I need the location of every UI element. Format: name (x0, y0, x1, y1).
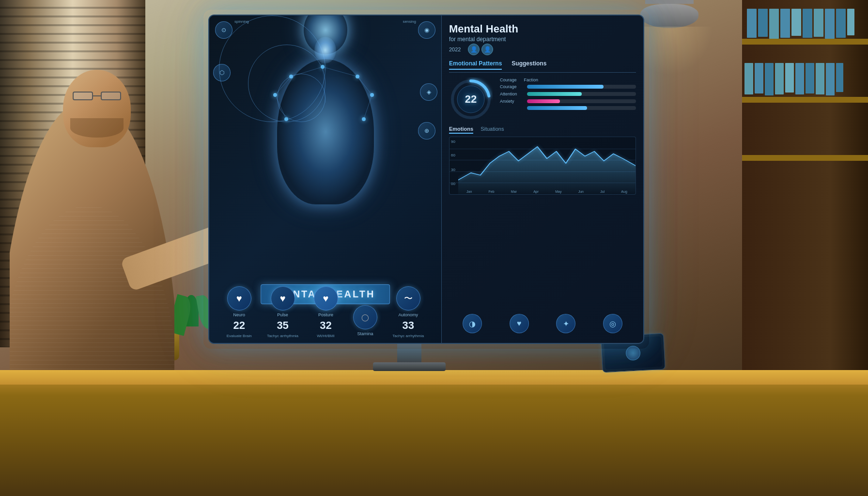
bar-fill-attention (527, 92, 582, 96)
bar-label-attention: Attention (500, 92, 524, 96)
bar-legend: Courage Faction (500, 78, 636, 82)
stat-card-pulse[interactable]: ♥ Pulse 35 Tachyc arrhythmia (267, 286, 298, 338)
stat-card-autonomy[interactable]: 〜 Autonomy 33 Tachyc arrhythmia (392, 286, 424, 338)
monitor-right-panel: Mental Health for mental department 2022… (442, 16, 643, 343)
binder (775, 63, 784, 94)
x-label-jul: Jul (600, 190, 604, 193)
posture-icon-circle[interactable]: ♥ (314, 286, 338, 310)
x-labels: Jan Feb Mar Apr May Jun Jul Aug (458, 190, 636, 193)
bar-row-extra (500, 106, 636, 110)
action-btn-wellness[interactable]: ✦ (556, 314, 575, 333)
holographic-figure (263, 30, 388, 195)
ceiling-lamp (640, 0, 698, 28)
lens-right (101, 92, 121, 100)
neuro-icon-circle[interactable]: ♥ (227, 286, 251, 310)
bar-fill-courage (527, 85, 604, 89)
binder (744, 63, 753, 94)
avatar-1: 👤 (468, 44, 480, 55)
chart-tab-situations[interactable]: Situations (480, 126, 504, 134)
x-label-aug: Aug (621, 190, 627, 193)
binder (755, 63, 763, 93)
x-label-mar: Mar (511, 190, 517, 193)
beard (70, 118, 124, 138)
bar-row-anxiety: Anxiety (500, 99, 636, 104)
monitor-base (373, 362, 446, 371)
right-panel-header: Mental Health for mental department 2022… (449, 23, 636, 55)
bar-track-extra (527, 106, 636, 110)
user-avatars: 👤 👤 (468, 44, 493, 55)
tab-emotional-patterns[interactable]: Emotional Patterns (449, 60, 502, 70)
lamp-cord (645, 0, 694, 4)
action-btn-health[interactable]: ♥ (510, 314, 529, 333)
y-label-00: 00 (451, 182, 455, 186)
binder (785, 63, 794, 93)
stat-card-posture[interactable]: ♥ Posture 32 Wt/Ht/BMI (314, 286, 338, 338)
binder (836, 9, 846, 38)
binder (826, 63, 835, 95)
bar-fill-anxiety (527, 99, 560, 103)
stat-card-stamina[interactable]: ◯ Stamina (353, 305, 377, 338)
binder (836, 63, 843, 92)
binders-row-1 (747, 9, 854, 39)
right-panel-subtitle: for mental department (449, 36, 636, 43)
x-label-jan: Jan (466, 190, 472, 193)
line-chart-section: Emotions Situations 90 60 30 00 (449, 126, 636, 307)
header-title-row: Mental Health (449, 23, 636, 35)
x-label-may: May (555, 190, 561, 193)
action-btn-stats[interactable]: ◑ (463, 314, 482, 333)
x-label-apr: Apr (533, 190, 539, 193)
glasses (70, 92, 124, 101)
binder (803, 9, 812, 38)
x-label-feb: Feb (489, 190, 495, 193)
chart-tab-emotions[interactable]: Emotions (449, 126, 473, 134)
stamina-icon-circle[interactable]: ◯ (353, 305, 377, 329)
binder (758, 9, 768, 37)
action-btn-profile[interactable]: ◎ (603, 314, 622, 333)
scene: ⊙ ◉ ⬡ ◈ ⊕ spinning sensing (0, 0, 868, 496)
bar-track-anxiety (527, 99, 636, 103)
monitor-left-panel: ⊙ ◉ ⬡ ◈ ⊕ spinning sensing (209, 16, 442, 343)
y-label-30: 30 (451, 168, 455, 172)
bar-track-courage (527, 85, 636, 89)
glasses-bridge (93, 95, 101, 96)
holo-icon-active[interactable]: ◈ (420, 83, 437, 101)
binder (814, 9, 823, 37)
autonomy-icon-circle[interactable]: 〜 (396, 286, 420, 310)
lens-left (73, 92, 93, 100)
legend-label-1: Courage (500, 78, 517, 82)
monitor-display: ⊙ ◉ ⬡ ◈ ⊕ spinning sensing (208, 15, 644, 344)
chart-area (458, 147, 636, 194)
shelf-plank-1 (742, 39, 868, 45)
holo-body-glow (277, 59, 374, 204)
tab-suggestions[interactable]: Suggestions (512, 60, 546, 70)
binder (765, 63, 774, 95)
bottom-action-buttons: ◑ ♥ ✦ ◎ (449, 311, 636, 336)
bar-label-courage: Courage (500, 84, 524, 89)
binder (780, 9, 790, 38)
pulse-icon-circle[interactable]: ♥ (271, 286, 295, 310)
header-meta: 2022 👤 👤 (449, 44, 636, 55)
shelf-plank-2 (742, 97, 868, 103)
binder (747, 9, 757, 38)
desk-top-edge (0, 370, 868, 385)
gauge-bar-section: 22 Courage Faction Courage A (449, 78, 636, 121)
section-tabs: Emotional Patterns Suggestions (449, 60, 636, 73)
desk (0, 370, 868, 496)
shelf-plank-3 (742, 155, 868, 161)
holo-icon-neural[interactable]: ⊕ (418, 122, 435, 140)
bar-row-attention: Attention (500, 92, 636, 96)
binder (769, 9, 779, 39)
holo-icon-sensing[interactable]: ◉ (418, 21, 435, 39)
binder (847, 9, 854, 35)
lamp-shade (640, 4, 698, 28)
binder (795, 63, 804, 94)
x-label-jun: Jun (578, 190, 584, 193)
face-detail (314, 37, 336, 63)
chart-tabs: Emotions Situations (449, 126, 636, 134)
binders-row-2 (744, 63, 843, 95)
person (0, 50, 232, 399)
gauge-value: 22 (465, 93, 477, 106)
icon-label-sensing: sensing (403, 19, 416, 24)
chart-svg (458, 137, 636, 194)
stat-card-neuro[interactable]: ♥ Neuro 22 Evaluate Brain (227, 286, 252, 338)
